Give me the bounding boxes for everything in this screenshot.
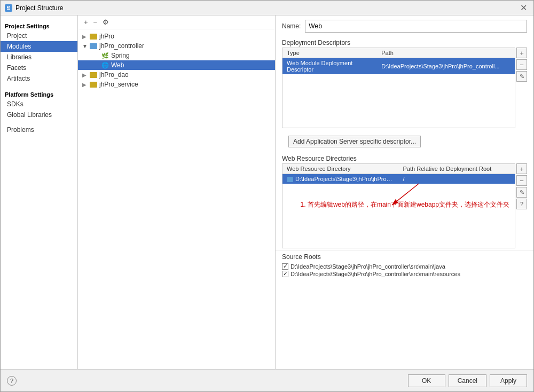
tree-content: ▶ jhPro ▼ jhPro_controller ▶ — [78, 29, 275, 369]
wrd-col-dir: Web Resource Directory — [282, 164, 399, 174]
add-server-btn-wrapper: Add Application Server specific descript… — [282, 132, 527, 151]
source-roots-section: Source Roots D:\IdeaProjects\Stage3\jhPr… — [276, 250, 533, 280]
dd-col-path: Path — [377, 48, 515, 58]
tree-item-jhPro-dao-content: jhPro_dao — [90, 71, 129, 79]
sidebar-item-global-libraries[interactable]: Global Libraries — [1, 109, 77, 120]
tree-add-button[interactable]: + — [82, 18, 90, 27]
tree-item-Web[interactable]: ▶ 🌐 Web — [78, 60, 275, 70]
tree-arrow-jhPro-dao: ▶ — [82, 72, 90, 78]
dd-remove-button[interactable]: − — [516, 59, 527, 70]
app-icon-svg — [6, 5, 11, 11]
tree-remove-button[interactable]: − — [92, 18, 99, 27]
tree-item-Spring-label: Spring — [111, 52, 130, 59]
wrd-edit-button[interactable]: ✎ — [516, 187, 527, 198]
project-settings-header: Project Settings — [1, 20, 77, 30]
apply-button[interactable]: Apply — [490, 374, 527, 387]
bottom-buttons: OK Cancel Apply — [408, 374, 527, 387]
tree-item-Spring[interactable]: ▶ 🌿 Spring — [78, 51, 275, 60]
dd-empty-space — [282, 74, 515, 128]
tree-item-Web-label: Web — [111, 61, 124, 69]
source-root-checkbox-1[interactable] — [282, 271, 288, 277]
help-button[interactable]: ? — [7, 376, 17, 386]
sidebar-item-project-label: Project — [7, 32, 27, 40]
sidebar-item-problems[interactable]: Problems — [1, 124, 77, 135]
tree-item-jhPro-service[interactable]: ▶ jhPro_service — [78, 80, 275, 89]
folder-icon-jhPro — [90, 34, 97, 40]
source-root-item-0: D:\IdeaProjects\Stage3\jhPro\jhPro_contr… — [282, 263, 527, 270]
source-root-checkbox-0[interactable] — [282, 263, 288, 270]
main-panel: Name: Deployment Descriptors Type Path W… — [276, 15, 533, 369]
annotation-text: 1. 首先编辑web的路径，在main下面新建webapp文件夹，选择这个文件夹 — [301, 200, 509, 209]
tree-item-Spring-content: 🌿 Spring — [101, 52, 130, 59]
tree-item-jhPro-label: jhPro — [99, 33, 114, 40]
folder-icon-jhPro-dao — [90, 72, 97, 78]
sidebar-item-modules-label: Modules — [7, 43, 31, 50]
tree-settings-button[interactable]: ⚙ — [101, 18, 111, 27]
tree-item-jhPro-content: jhPro — [90, 33, 114, 40]
dd-table-header: Type Path — [282, 48, 515, 58]
tree-item-jhPro-dao[interactable]: ▶ jhPro_dao — [78, 70, 275, 80]
sidebar-item-problems-label: Problems — [7, 126, 34, 134]
sidebar-item-facets-label: Facets — [7, 64, 26, 72]
project-structure-window: Project Structure ✕ Project Settings Pro… — [0, 0, 534, 392]
bottom-bar: ? OK Cancel Apply — [1, 369, 533, 391]
window-title: Project Structure — [15, 4, 63, 12]
name-row: Name: — [276, 15, 533, 37]
sidebar-item-modules[interactable]: Modules — [1, 41, 77, 52]
dd-side-buttons: + − ✎ — [516, 48, 527, 82]
svg-rect-1 — [7, 6, 9, 8]
sidebar-item-libraries[interactable]: Libraries — [1, 52, 77, 62]
deployment-descriptors-label: Deployment Descriptors — [276, 37, 533, 48]
spring-icon: 🌿 — [101, 52, 109, 59]
close-button[interactable]: ✕ — [518, 3, 529, 13]
dd-edit-button[interactable]: ✎ — [516, 71, 527, 82]
tree-item-Web-content: 🌐 Web — [101, 61, 124, 69]
web-icon: 🌐 — [101, 61, 109, 69]
sidebar: Project Settings Project Modules Librari… — [1, 15, 78, 369]
source-roots-label: Source Roots — [282, 253, 527, 261]
tree-item-jhPro-controller-content: jhPro_controller — [90, 42, 144, 50]
sidebar-item-sdks[interactable]: SDKs — [1, 99, 77, 109]
dd-col-type: Type — [282, 48, 377, 58]
name-input[interactable] — [305, 20, 527, 33]
source-root-item-1: D:\IdeaProjects\Stage3\jhPro\jhPro_contr… — [282, 270, 527, 278]
dd-add-button[interactable]: + — [516, 48, 527, 58]
wrd-help-button[interactable]: ? — [516, 199, 527, 209]
dd-cell-path-0: D:\IdeaProjects\Stage3\jhPro\jhPro_contr… — [377, 61, 515, 71]
dd-row-0[interactable]: Web Module Deployment Descriptor D:\Idea… — [282, 58, 515, 74]
sidebar-item-sdks-label: SDKs — [7, 100, 23, 108]
tree-item-jhPro-service-label: jhPro_service — [99, 81, 138, 88]
platform-settings-header: Platform Settings — [1, 88, 77, 99]
tree-toolbar: + − ⚙ — [78, 15, 275, 29]
sidebar-item-libraries-label: Libraries — [7, 53, 32, 61]
sidebar-item-facets[interactable]: Facets — [1, 62, 77, 73]
svg-rect-3 — [7, 9, 10, 10]
wrd-add-button[interactable]: + — [516, 163, 527, 174]
wrd-wrapper: Web Resource Directory Path Relative to … — [282, 163, 527, 248]
wrd-empty-space: 1. 首先编辑web的路径，在main下面新建webapp文件夹，选择这个文件夹 — [282, 184, 515, 248]
tree-item-jhPro-controller-label: jhPro_controller — [99, 42, 144, 50]
wrd-remove-button[interactable]: − — [516, 175, 527, 186]
web-resource-label: Web Resource Directories — [276, 153, 533, 163]
cancel-button[interactable]: Cancel — [449, 374, 486, 387]
sidebar-item-project[interactable]: Project — [1, 30, 77, 41]
tree-item-jhPro-controller[interactable]: ▼ jhPro_controller — [78, 41, 275, 51]
ok-button[interactable]: OK — [408, 374, 445, 387]
content-area: Project Settings Project Modules Librari… — [1, 15, 533, 369]
tree-panel: + − ⚙ ▶ jhPro ▼ jhPro_ — [78, 15, 276, 369]
dd-table-wrapper: Type Path Web Module Deployment Descript… — [282, 48, 515, 128]
tree-arrow-jhPro-controller: ▼ — [82, 43, 90, 49]
tree-arrow-jhPro-service: ▶ — [82, 82, 90, 88]
wrd-table-wrapper: Web Resource Directory Path Relative to … — [282, 163, 515, 248]
sidebar-item-artifacts[interactable]: Artifacts — [1, 73, 77, 84]
name-label: Name: — [282, 22, 301, 30]
tree-item-jhPro-dao-label: jhPro_dao — [99, 71, 129, 79]
dd-wrapper: Type Path Web Module Deployment Descript… — [282, 48, 527, 128]
add-server-button[interactable]: Add Application Server specific descript… — [288, 136, 421, 147]
tree-arrow-jhPro: ▶ — [82, 34, 90, 40]
sidebar-item-global-libraries-label: Global Libraries — [7, 111, 52, 119]
wrd-side-buttons: + − ✎ ? — [516, 163, 527, 209]
title-bar: Project Structure ✕ — [1, 1, 533, 15]
source-root-path-0: D:\IdeaProjects\Stage3\jhPro\jhPro_contr… — [290, 263, 445, 270]
tree-item-jhPro[interactable]: ▶ jhPro — [78, 32, 275, 41]
